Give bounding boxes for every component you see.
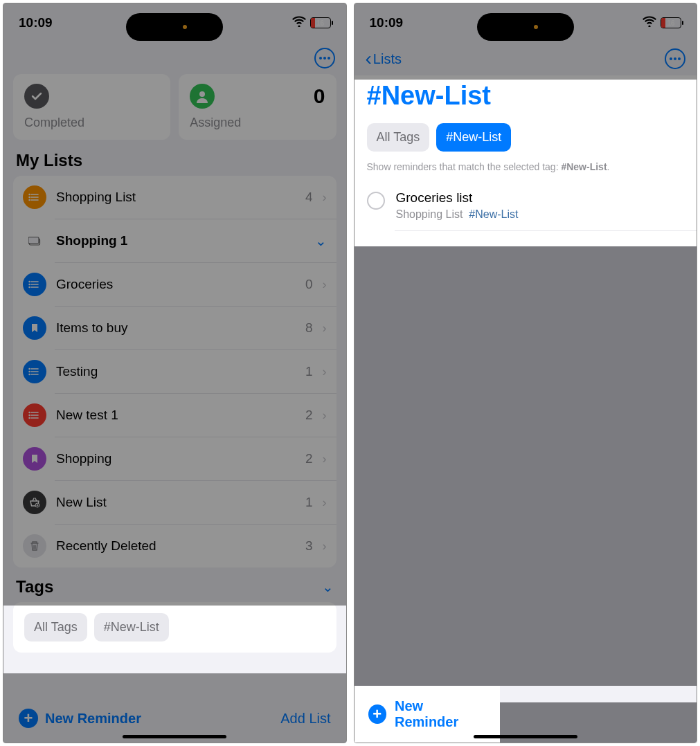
list-row-new-list[interactable]: New List 1 › [13,481,336,524]
folder-icon [23,229,46,253]
svg-point-9 [28,199,30,201]
svg-point-23 [28,374,30,375]
page-title: #New-List [355,75,697,119]
tags-card: All Tags #New-List [13,602,336,653]
more-button[interactable] [665,48,685,69]
dynamic-island [126,13,223,41]
svg-point-3 [199,91,205,97]
svg-point-28 [28,415,30,416]
assigned-label: Assigned [190,116,325,130]
left-screenshot: 10:09 16 Completed [3,3,347,743]
status-time: 10:09 [370,15,404,30]
empty-area [355,246,697,686]
svg-point-27 [28,412,30,413]
reminder-meta: Shopping List #New-List [396,208,685,221]
list-row-shopping[interactable]: Shopping 2 › [13,437,336,480]
reminder-complete-toggle[interactable] [367,192,385,210]
navbar [3,42,346,74]
list-row-new-test-1[interactable]: New test 1 2 › [13,394,336,437]
tags-title: Tags [16,577,53,597]
plus-circle-icon: + [19,709,38,728]
chevron-down-icon[interactable]: ⌄ [315,233,327,249]
tag-new-list[interactable]: #New-List [94,613,169,642]
tag-all[interactable]: All Tags [24,613,87,642]
bookmark-icon [23,447,46,471]
home-indicator [123,735,226,738]
svg-point-2 [327,57,330,60]
new-reminder-button[interactable]: + New Reminder [19,709,141,728]
trash-icon [23,534,46,558]
chevron-right-icon: › [323,452,327,466]
list-icon [23,360,46,383]
list-row-shopping-list[interactable]: Shopping List 4 › [13,176,336,219]
completed-card[interactable]: Completed [13,74,170,140]
status-bar: 10:09 16 [3,3,346,42]
completed-label: Completed [24,116,159,130]
svg-point-32 [674,57,676,60]
my-lists-title: My Lists [3,140,346,176]
svg-point-22 [28,371,30,372]
reminder-title: Groceries list [396,190,685,206]
filter-help-text: Show reminders that match the selected t… [355,160,697,182]
status-bar: 10:09 16 [355,3,697,42]
svg-point-33 [678,57,681,60]
tag-filter-all[interactable]: All Tags [367,123,430,152]
chevron-right-icon: › [323,365,327,379]
svg-point-8 [28,197,30,198]
home-indicator [474,735,577,738]
chevron-right-icon: › [323,408,327,423]
navbar: ‹ Lists [355,42,697,75]
basket-icon [23,491,46,514]
svg-point-17 [28,286,30,288]
more-button[interactable] [314,48,335,69]
wifi-icon [292,16,306,30]
list-icon [23,185,46,209]
person-icon [190,84,215,109]
svg-point-0 [319,57,322,60]
battery-icon: 16 [310,17,331,28]
right-screenshot: 10:09 16 ‹ Lists #New-List All Tags #New… [354,3,698,743]
chevron-right-icon: › [323,495,327,510]
status-time: 10:09 [19,15,53,30]
list-row-shopping-folder[interactable]: Shopping 1 ⌄ [13,219,336,262]
reminder-row[interactable]: Groceries list Shopping List #New-List [355,182,697,230]
chevron-right-icon: › [323,278,327,292]
list-row-groceries[interactable]: Groceries 0 › [13,263,336,306]
new-reminder-button[interactable]: + New Reminder [355,686,500,743]
chevron-right-icon: › [323,539,327,554]
svg-point-16 [28,284,30,285]
svg-point-1 [323,57,326,60]
list-row-items-to-buy[interactable]: Items to buy 8 › [13,307,336,349]
list-row-recently-deleted[interactable]: Recently Deleted 3 › [13,525,336,567]
battery-icon: 16 [661,17,681,28]
wifi-icon [643,16,656,30]
plus-circle-icon: + [368,704,387,724]
svg-point-29 [28,417,30,419]
add-list-button[interactable]: Add List [280,711,330,727]
tags-filter-row: All Tags #New-List [355,119,697,160]
svg-point-15 [28,281,30,282]
lists-container: Shopping List 4 › Shopping 1 ⌄ Groceries… [13,176,336,567]
list-row-testing[interactable]: Testing 1 › [13,350,336,393]
chevron-right-icon: › [323,321,327,336]
tag-filter-new-list[interactable]: #New-List [436,123,511,152]
dynamic-island [477,13,574,41]
assigned-card[interactable]: 0 Assigned [179,74,336,140]
back-button[interactable]: ‹ Lists [366,49,402,69]
list-icon [23,273,46,296]
assigned-count: 0 [314,84,325,108]
list-icon [23,403,46,427]
svg-point-31 [670,57,672,60]
chevron-right-icon: › [323,190,327,205]
svg-point-7 [28,194,30,195]
svg-point-21 [28,368,30,370]
chevron-down-icon[interactable]: ⌄ [322,579,334,595]
svg-rect-11 [28,237,39,244]
bookmark-icon [23,316,46,340]
chevron-left-icon: ‹ [366,49,372,69]
checkmark-icon [24,84,49,109]
